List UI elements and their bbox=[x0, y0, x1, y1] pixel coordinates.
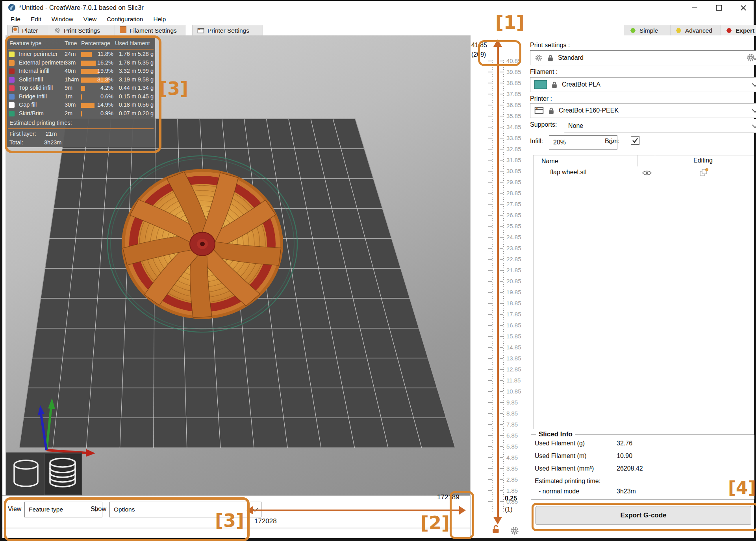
cylinder-layers-icon bbox=[44, 454, 81, 493]
visibility-eye-icon[interactable] bbox=[642, 170, 652, 176]
layer-slider-top-handle[interactable] bbox=[493, 39, 502, 47]
feature-time: 1h4m bbox=[65, 76, 79, 83]
feature-used-m: 1.78 m bbox=[115, 59, 136, 66]
show-select[interactable]: Options bbox=[109, 502, 261, 517]
feature-used-m: 3.19 m bbox=[115, 76, 136, 83]
print-settings-select[interactable]: Standard bbox=[530, 50, 756, 65]
range-min-value: 172028 bbox=[254, 517, 277, 525]
feature-label: External perimeter bbox=[19, 59, 65, 66]
feature-used-m: 0.07 m bbox=[115, 110, 136, 116]
feature-label: Inner perimeter bbox=[19, 51, 57, 57]
table-row[interactable]: flap wheel.stl bbox=[534, 167, 754, 179]
feature-label: Solid infill bbox=[19, 76, 43, 83]
export-gcode-button[interactable]: Export G-code bbox=[536, 506, 751, 525]
infill-value: 20% bbox=[553, 139, 566, 146]
feature-used-m: 0.15 m bbox=[115, 93, 136, 100]
feature-row: Solid infill1h4m31.3%3.19 m9.58 g bbox=[6, 76, 155, 84]
gear-icon bbox=[534, 54, 543, 62]
feature-percentage: 11.8% bbox=[91, 51, 113, 57]
menu-item-help[interactable]: Help bbox=[148, 16, 171, 23]
print-settings-value: Standard bbox=[558, 54, 584, 61]
feature-percentage: 19.9% bbox=[91, 68, 113, 74]
menu-item-file[interactable]: File bbox=[6, 16, 26, 23]
feature-used-m: 3.32 m bbox=[115, 68, 136, 74]
feature-color-swatch bbox=[9, 85, 15, 91]
tab-filament-settings[interactable]: Filament Settings bbox=[115, 25, 185, 36]
layer-lock-icon[interactable] bbox=[491, 524, 500, 534]
feature-percentage: 4.2% bbox=[91, 85, 113, 91]
viewport-3d[interactable]: Feature type Time Percentage Used filame… bbox=[6, 35, 470, 495]
used-filament-col-header: Used filament bbox=[115, 40, 150, 46]
range-slider-track[interactable] bbox=[253, 510, 460, 511]
window-title: *Untitled - CreatWare-7.0.1 based on Sli… bbox=[19, 4, 144, 11]
lock-icon bbox=[547, 54, 554, 62]
mode-expert[interactable]: Expert bbox=[721, 25, 756, 36]
feature-color-swatch bbox=[9, 102, 15, 108]
tab-print-settings[interactable]: Print Settings bbox=[49, 25, 120, 36]
total-label: Total: bbox=[9, 139, 23, 146]
supports-value: None bbox=[568, 122, 583, 129]
menu-item-configuration[interactable]: Configuration bbox=[102, 16, 148, 23]
first-layer-label: First layer: bbox=[9, 131, 36, 137]
tab-label: Print Settings bbox=[64, 27, 100, 34]
tab-plater[interactable]: Plater bbox=[7, 25, 50, 36]
show-label: Show bbox=[91, 506, 106, 513]
show-value: Options bbox=[114, 506, 135, 513]
feature-percentage: 14.9% bbox=[91, 102, 113, 108]
tab-printer-settings[interactable]: Printer Settings bbox=[192, 25, 263, 36]
menu-item-view[interactable]: View bbox=[78, 16, 102, 23]
feature-row: Bridge infill1m0.6%0.15 m0.45 g bbox=[6, 93, 155, 101]
printer-select[interactable]: CreatBot F160-PEEK bbox=[530, 103, 756, 118]
range-max-value: 172189 bbox=[437, 493, 460, 501]
feature-color-swatch bbox=[9, 60, 15, 66]
percentage-col-header: Percentage bbox=[81, 40, 110, 46]
filament-icon bbox=[120, 26, 126, 35]
mode-label: Advanced bbox=[685, 27, 712, 34]
x-axis-arrow-icon bbox=[86, 449, 95, 457]
filament-select[interactable]: CreatBot PLA bbox=[530, 77, 756, 92]
feature-row: External perimeter33m16.2%1.78 m5.35 g bbox=[6, 59, 155, 67]
close-button[interactable] bbox=[736, 4, 750, 12]
minimize-button[interactable] bbox=[687, 4, 702, 12]
edit-object-icon[interactable] bbox=[699, 168, 708, 177]
filament-color-swatch bbox=[534, 80, 547, 89]
layers-view-button[interactable] bbox=[44, 454, 81, 495]
chevron-down-icon bbox=[752, 107, 756, 113]
feature-time: 1m bbox=[65, 93, 72, 100]
brim-checkbox[interactable] bbox=[631, 136, 639, 145]
feature-used-g: 9.58 g bbox=[136, 76, 154, 83]
first-layer-value: 21m bbox=[46, 131, 57, 137]
supports-select[interactable]: None bbox=[564, 119, 756, 133]
printer-value: CreatBot F160-PEEK bbox=[559, 107, 619, 114]
maximize-button[interactable] bbox=[712, 4, 726, 12]
feature-used-g: 5.35 g bbox=[136, 59, 154, 66]
range-slider-left-handle[interactable] bbox=[246, 506, 253, 515]
solid-view-button[interactable] bbox=[9, 456, 43, 493]
feature-used-m: 0.44 m bbox=[115, 85, 136, 91]
menu-item-edit[interactable]: Edit bbox=[26, 16, 46, 23]
feature-row: Gap fill30m14.9%0.18 m0.56 g bbox=[6, 101, 155, 109]
mode-dot-icon bbox=[676, 28, 681, 33]
layer-slider-track[interactable] bbox=[497, 46, 499, 517]
bottom-bar: View Feature type Show Options 172189 17… bbox=[2, 495, 470, 538]
times-separator bbox=[8, 128, 154, 129]
feature-used-g: 1.34 g bbox=[136, 85, 154, 91]
layer-slider-bottom-handle[interactable] bbox=[493, 517, 502, 524]
printer-icon bbox=[534, 106, 544, 115]
view-value: Feature type bbox=[29, 506, 63, 513]
print-settings-gear-icon[interactable] bbox=[746, 53, 756, 63]
feature-color-swatch bbox=[9, 111, 15, 116]
feature-percentage: 31.3% bbox=[91, 76, 113, 83]
export-gcode-label: Export G-code bbox=[620, 511, 666, 519]
range-slider-right-handle[interactable] bbox=[459, 506, 466, 515]
layer-settings-gear-icon[interactable] bbox=[510, 526, 520, 536]
chevron-down-icon bbox=[752, 122, 756, 128]
tab-label: Filament Settings bbox=[130, 27, 177, 34]
infill-select[interactable]: 20% bbox=[549, 135, 617, 150]
total-value: 3h23m bbox=[44, 139, 61, 146]
lock-icon bbox=[551, 81, 558, 89]
feature-color-swatch bbox=[9, 68, 15, 74]
mode-dot-icon bbox=[726, 28, 732, 33]
menu-item-window[interactable]: Window bbox=[46, 16, 78, 23]
lock-icon bbox=[548, 107, 555, 115]
